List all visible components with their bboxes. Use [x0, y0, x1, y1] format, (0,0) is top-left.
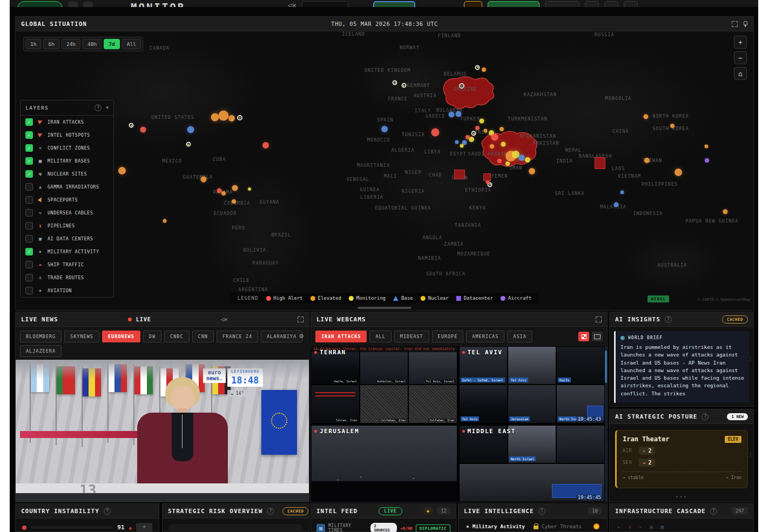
- world-brief-card[interactable]: WORLD BRIEF Iran is pummeled by airstrik…: [614, 331, 749, 403]
- fullscreen-icon[interactable]: [596, 316, 602, 322]
- event-marker[interactable]: [525, 157, 530, 163]
- checkbox[interactable]: [25, 144, 33, 152]
- event-marker[interactable]: [670, 124, 674, 128]
- event-marker[interactable]: [221, 191, 226, 196]
- toolbar-button[interactable]: [585, 1, 599, 7]
- channel-tab-france-24[interactable]: FRANCE 24: [217, 331, 258, 342]
- event-marker[interactable]: [217, 188, 222, 193]
- event-marker[interactable]: [491, 133, 498, 140]
- webcam-tab-mideast[interactable]: MIDEAST: [394, 331, 429, 342]
- channel-tab-euronews[interactable]: EURONEWS: [102, 331, 140, 342]
- nuclear-site-marker[interactable]: [186, 142, 191, 147]
- event-marker[interactable]: [723, 210, 728, 214]
- help-icon[interactable]: [538, 508, 545, 515]
- toolbar-button[interactable]: [545, 1, 579, 7]
- event-marker[interactable]: [500, 127, 504, 131]
- event-marker[interactable]: [518, 154, 525, 161]
- search-input[interactable]: [302, 1, 348, 7]
- nuclear-site-marker[interactable]: [129, 123, 134, 128]
- event-marker[interactable]: [232, 185, 238, 191]
- gear-icon[interactable]: ⚙: [299, 332, 303, 340]
- event-marker[interactable]: [643, 114, 648, 119]
- layer-toggle-gamma-irradiators[interactable]: ▲GAMMA IRRADIATORS: [21, 180, 113, 193]
- primary-toggle-button[interactable]: [373, 1, 415, 7]
- checkbox[interactable]: [25, 287, 33, 294]
- channel-tab-cnbc[interactable]: CNBC: [164, 331, 189, 342]
- webcam-tab-all[interactable]: ALL: [369, 331, 391, 342]
- checkbox[interactable]: [25, 261, 33, 268]
- world-map[interactable]: ICELANDFINLANDRUSSIANORWAYCANADAUNITED K…: [16, 31, 753, 310]
- nuclear-site-marker[interactable]: [475, 65, 480, 70]
- status-pill[interactable]: [17, 1, 63, 7]
- help-icon[interactable]: [267, 508, 274, 515]
- webcam-feed[interactable]: [556, 425, 605, 463]
- theater-card[interactable]: Iran Theater ELEV AIR✈2SEA▰2 → stable → …: [615, 430, 748, 488]
- zoom-in-button[interactable]: +: [734, 36, 747, 49]
- channel-tab-bloomberg[interactable]: BLOOMBERG: [20, 331, 62, 342]
- event-marker[interactable]: [140, 126, 146, 132]
- muted-speaker-icon[interactable]: ◁×: [221, 316, 228, 323]
- event-marker[interactable]: [431, 128, 440, 136]
- event-marker[interactable]: [187, 126, 194, 133]
- time-filter-6h[interactable]: 6h: [43, 39, 59, 49]
- layer-toggle-iran-attacks[interactable]: IRAN ATTACKS: [21, 116, 113, 129]
- event-marker[interactable]: [497, 159, 502, 163]
- webcam-tab-europe[interactable]: EUROPE: [432, 331, 464, 342]
- event-marker[interactable]: [211, 113, 219, 121]
- checkbox[interactable]: [25, 118, 33, 126]
- event-marker[interactable]: [455, 111, 461, 117]
- single-view-button[interactable]: [592, 332, 603, 341]
- help-icon[interactable]: [95, 104, 102, 111]
- nuclear-site-marker[interactable]: [401, 83, 406, 88]
- alert-button[interactable]: [464, 1, 482, 7]
- webcam-group-tehran[interactable]: 16:42:04 over Tehran, the Iranian capita…: [311, 346, 457, 423]
- event-marker[interactable]: [118, 167, 126, 174]
- checkbox[interactable]: [25, 131, 33, 139]
- channel-tab-dw[interactable]: DW: [143, 331, 161, 342]
- event-marker[interactable]: [163, 219, 166, 223]
- volume-icon[interactable]: ◁×: [288, 1, 296, 7]
- checkbox[interactable]: [25, 248, 33, 255]
- more-indicator[interactable]: •••: [676, 494, 687, 500]
- intel-feed-row[interactable]: ▤ MILITARY TIMES 2 SOURCES +8/HR DIPLOMA…: [311, 518, 456, 532]
- checkbox[interactable]: [25, 274, 33, 281]
- conflict-zone-marker[interactable]: [454, 170, 465, 179]
- help-icon[interactable]: [710, 508, 717, 515]
- layer-toggle-military-bases[interactable]: ▦MILITARY BASES: [21, 154, 113, 167]
- time-filter-7d[interactable]: 7d: [104, 39, 119, 49]
- event-marker[interactable]: [248, 187, 251, 191]
- conflict-zone-marker[interactable]: [595, 157, 605, 169]
- nuclear-site-marker[interactable]: [459, 83, 464, 89]
- webcam-tab-americas[interactable]: AMERICAS: [466, 331, 504, 342]
- event-marker[interactable]: [232, 199, 236, 204]
- event-marker[interactable]: [466, 135, 470, 139]
- event-marker[interactable]: [460, 144, 464, 147]
- event-marker[interactable]: [505, 161, 510, 166]
- fullscreen-icon[interactable]: [732, 21, 738, 27]
- drag-handle[interactable]: ⋮: [748, 454, 753, 456]
- webcam-feed[interactable]: Jerusalem: [508, 385, 556, 423]
- event-marker[interactable]: [490, 144, 494, 149]
- webcam-feed[interactable]: Haifa: [556, 346, 605, 385]
- event-marker[interactable]: [674, 169, 682, 176]
- layer-toggle-aviation[interactable]: ✈AVIATION: [21, 284, 113, 297]
- event-marker[interactable]: [482, 68, 486, 72]
- layer-toggle-conflict-zones[interactable]: ×CONFLICT ZONES: [21, 142, 113, 154]
- webcam-group-middle-east[interactable]: North IsraelMIDDLE EAST19:45:45: [459, 425, 605, 502]
- channel-tab-aljazeera[interactable]: ALJAZEERA: [20, 345, 62, 357]
- time-filter-24h[interactable]: 24h: [62, 39, 80, 49]
- channel-tab-skynews[interactable]: SKYNEWS: [64, 331, 99, 342]
- webcam-feed[interactable]: [311, 425, 457, 502]
- checkbox[interactable]: [25, 209, 33, 217]
- webcam-tab-asia[interactable]: ASIA: [507, 331, 532, 342]
- event-marker[interactable]: [475, 126, 480, 130]
- checkbox[interactable]: [25, 170, 33, 178]
- layer-toggle-ship-traffic[interactable]: ▰SHIP TRAFFIC: [21, 258, 113, 271]
- settings-button[interactable]: [624, 1, 638, 7]
- time-filter-48h[interactable]: 48h: [83, 39, 102, 49]
- event-marker[interactable]: [480, 118, 484, 123]
- news-video-player[interactable]: 13 euronews. LËTZEBUERG 18:48 ☁ 14°: [16, 360, 309, 502]
- webcam-feed[interactable]: Julfahan, Iran: [408, 385, 457, 423]
- sparkle-icon[interactable]: ◆: [423, 507, 433, 515]
- zoom-out-button[interactable]: −: [734, 51, 747, 64]
